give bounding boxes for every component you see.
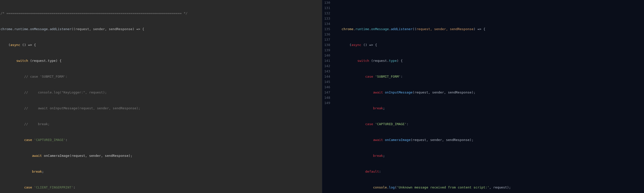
code-method: log	[389, 185, 395, 189]
code-keyword: break	[373, 106, 383, 110]
code-string: 'Unknown message received from content s…	[397, 185, 489, 189]
code-token: ;	[383, 154, 385, 158]
code-token	[1, 185, 24, 189]
code-token	[334, 122, 365, 126]
code-keyword: switch	[16, 59, 28, 63]
code-token	[334, 106, 373, 110]
code-token: :	[401, 75, 403, 78]
code-object: console	[373, 185, 387, 189]
line-number: 141	[322, 58, 330, 63]
code-token	[1, 154, 32, 158]
line-number: 149	[322, 100, 330, 106]
line-number-gutter: 130 131 132 133 134 135 136 137 138 139 …	[322, 0, 333, 193]
code-method: onCameraImage	[385, 138, 411, 142]
code-token: () => {	[361, 43, 377, 47]
code-token: :	[407, 122, 409, 126]
code-prop: type	[389, 59, 397, 63]
line-number: 134	[322, 21, 330, 26]
code-area-right[interactable]: chrome.runtime.onMessage.addListener((re…	[333, 0, 644, 193]
code-keyword: switch	[357, 59, 369, 63]
code-token: .	[353, 27, 355, 31]
code-keyword: case	[365, 122, 373, 126]
code-token: chrome.runtime.onMessage.addListener	[1, 27, 71, 31]
code-token	[383, 90, 385, 94]
code-token: (	[395, 185, 397, 189]
code-token	[32, 138, 34, 142]
code-panel-right[interactable]: 130 131 132 133 134 135 136 137 138 139 …	[322, 0, 644, 193]
code-token: (	[334, 43, 351, 47]
code-token: (request, sender, sendResponse);	[413, 90, 475, 94]
code-keyword: case	[365, 75, 373, 78]
line-number: 139	[322, 47, 330, 53]
line-number: 143	[322, 69, 330, 74]
line-number: 132	[322, 11, 330, 16]
line-number: 145	[322, 79, 330, 84]
code-token	[334, 90, 373, 94]
code-keyword: case	[24, 138, 32, 142]
code-token	[32, 185, 34, 189]
line-number: 131	[322, 5, 330, 11]
code-keyword: break	[32, 170, 42, 173]
line-number: 135	[322, 26, 330, 32]
code-token: () => {	[20, 43, 36, 47]
code-comment: // await onInputMessage(request, sender,…	[1, 106, 140, 110]
code-token	[373, 75, 375, 78]
code-token: (request, sender, sendResponse);	[411, 138, 473, 142]
code-keyword: await	[32, 154, 42, 158]
line-number: 147	[322, 90, 330, 95]
code-token: :	[65, 138, 67, 142]
code-token: onCameraImage(request, sender, sendRespo…	[42, 154, 132, 158]
code-comment: // case 'SUBMIT_FORM':	[1, 75, 67, 78]
code-prop: onMessage	[371, 27, 389, 31]
code-token	[334, 185, 373, 189]
code-keyword: await	[373, 90, 383, 94]
code-object: chrome	[334, 27, 353, 31]
code-string: 'SUBMIT_FORM'	[375, 75, 401, 78]
code-comment: // console.log("KeyLogger:", request);	[1, 90, 107, 94]
code-token: :	[379, 170, 381, 173]
code-token: ;	[42, 170, 44, 173]
code-token	[373, 122, 375, 126]
code-token: :	[73, 185, 75, 189]
code-string: 'CAPTURED_IMAGE'	[375, 122, 407, 126]
line-number: 133	[322, 16, 330, 21]
code-keyword: break	[373, 154, 383, 158]
code-keyword: async	[351, 43, 361, 47]
line-number: 148	[322, 95, 330, 100]
code-token: .	[387, 185, 389, 189]
code-token: ) {	[397, 59, 403, 63]
code-panel-left[interactable]: /* =====================================…	[0, 0, 322, 193]
line-number: 146	[322, 84, 330, 90]
line-number: 137	[322, 37, 330, 42]
code-method: addListener	[391, 27, 413, 31]
line-number: 136	[322, 32, 330, 37]
code-param: request, sender, sendResponse	[416, 27, 473, 31]
code-token: ) => {	[473, 27, 485, 31]
code-token	[334, 170, 365, 173]
code-token	[334, 138, 373, 142]
code-token: ((request, sender, sendResponse) => {	[71, 27, 144, 31]
code-method: onInputMessage	[385, 90, 413, 94]
code-comment: // break;	[1, 122, 50, 126]
line-number: 138	[322, 42, 330, 47]
code-token: (	[1, 43, 10, 47]
code-token	[334, 154, 373, 158]
code-token: (request.type) {	[28, 59, 62, 63]
code-token: .	[389, 27, 391, 31]
code-token	[334, 75, 365, 78]
code-keyword: default	[365, 170, 379, 173]
line-number: 144	[322, 74, 330, 79]
line-number: 142	[322, 63, 330, 69]
code-keyword: async	[10, 43, 20, 47]
line-number: 140	[322, 53, 330, 58]
code-token: ;	[383, 106, 385, 110]
code-area-left[interactable]: /* =====================================…	[0, 0, 322, 193]
code-token	[1, 138, 24, 142]
code-token	[1, 170, 32, 173]
code-token	[334, 59, 357, 63]
line-number: 130	[322, 0, 330, 5]
code-token: , request);	[489, 185, 511, 189]
code-comment: /* =====================================…	[1, 11, 188, 15]
code-token: (request.	[369, 59, 389, 63]
code-string: 'CAPTURED_IMAGE'	[34, 138, 65, 142]
